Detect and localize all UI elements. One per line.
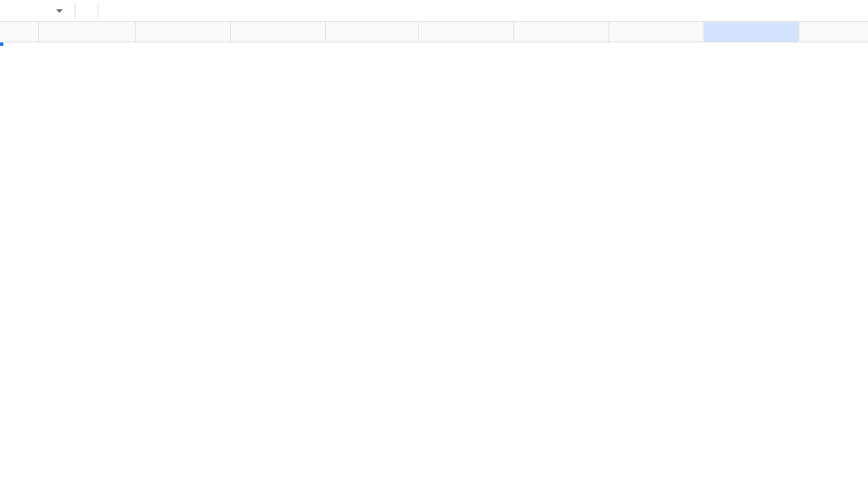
col-header-C[interactable]: [231, 22, 326, 42]
formula-input[interactable]: [105, 0, 868, 21]
col-header-B[interactable]: [136, 22, 231, 42]
select-all-corner[interactable]: [0, 22, 39, 42]
formula-bar: [0, 0, 868, 22]
col-header-A[interactable]: [39, 22, 136, 42]
name-box[interactable]: [0, 9, 68, 13]
col-header-F[interactable]: [514, 22, 609, 42]
col-header-H[interactable]: [704, 22, 799, 42]
col-header-G[interactable]: [609, 22, 704, 42]
active-cell-indicator: [0, 42, 3, 46]
name-box-caret-icon: [56, 9, 63, 13]
divider: [75, 3, 76, 19]
col-header-D[interactable]: [326, 22, 419, 42]
col-header-E[interactable]: [419, 22, 514, 42]
col-header-blank: [799, 22, 868, 42]
divider: [98, 3, 98, 19]
